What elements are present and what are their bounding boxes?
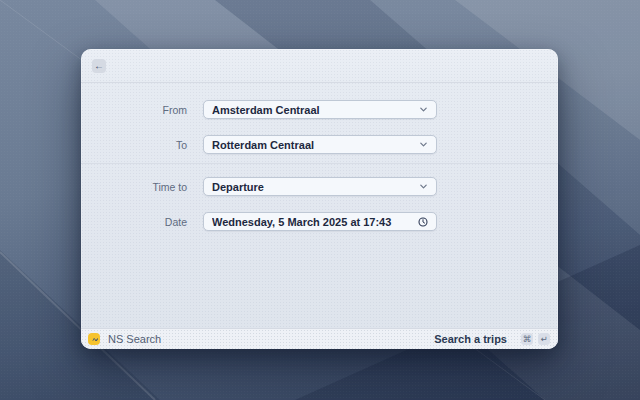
window-footer: NS Search Search a trips ⌘ ↵ — [81, 328, 558, 349]
date-value: Wednesday, 5 March 2025 at 17:43 — [212, 216, 418, 228]
form-section-divider — [81, 163, 558, 164]
return-key-icon: ↵ — [538, 333, 550, 345]
time-to-value: Departure — [212, 181, 419, 193]
clock-icon — [418, 217, 428, 227]
footer-actions: Search a trips ⌘ ↵ — [434, 333, 550, 345]
date-label: Date — [81, 216, 187, 228]
time-to-dropdown[interactable]: Departure — [203, 177, 437, 196]
form-row-date: Date Wednesday, 5 March 2025 at 17:43 — [81, 212, 558, 231]
trip-form: From Amsterdam Centraal To Rotterdam Cen… — [81, 83, 558, 328]
to-label: To — [81, 139, 187, 151]
form-row-timeto: Time to Departure — [81, 177, 558, 196]
back-arrow-icon: ← — [94, 61, 104, 71]
search-trips-action[interactable]: Search a trips — [434, 333, 507, 345]
time-to-label: Time to — [81, 181, 187, 193]
back-button[interactable]: ← — [92, 59, 106, 73]
chevron-down-icon — [419, 105, 428, 114]
chevron-down-icon — [419, 182, 428, 191]
form-row-to: To Rotterdam Centraal — [81, 135, 558, 154]
desktop: ← From Amsterdam Centraal To Rotterdam C… — [0, 0, 640, 400]
app-name: NS Search — [108, 333, 161, 345]
from-value: Amsterdam Centraal — [212, 104, 419, 116]
command-key-icon: ⌘ — [521, 333, 533, 345]
ns-search-window: ← From Amsterdam Centraal To Rotterdam C… — [81, 49, 558, 349]
date-picker[interactable]: Wednesday, 5 March 2025 at 17:43 — [203, 212, 437, 231]
ns-app-icon — [88, 333, 100, 345]
to-dropdown[interactable]: Rotterdam Centraal — [203, 135, 437, 154]
window-header: ← — [81, 49, 558, 83]
to-value: Rotterdam Centraal — [212, 139, 419, 151]
chevron-down-icon — [419, 140, 428, 149]
ns-logo-icon — [90, 335, 99, 344]
form-row-from: From Amsterdam Centraal — [81, 100, 558, 119]
from-label: From — [81, 104, 187, 116]
from-dropdown[interactable]: Amsterdam Centraal — [203, 100, 437, 119]
